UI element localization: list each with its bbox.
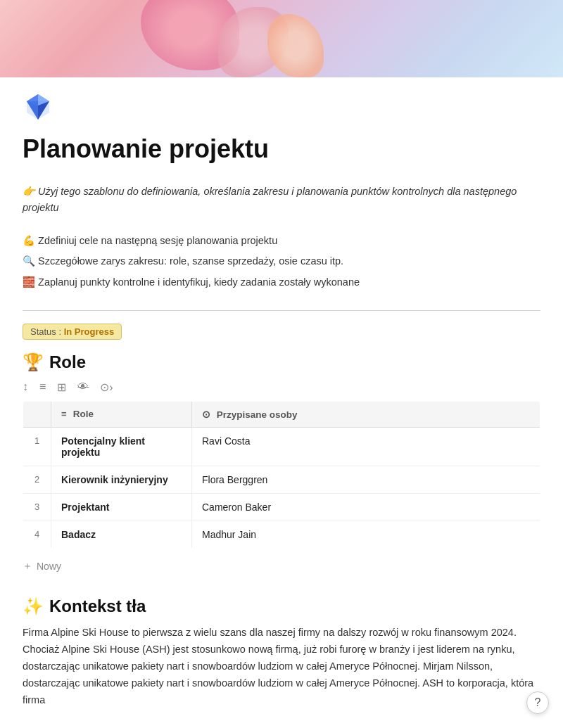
row-num-4: 4 (23, 521, 51, 548)
table-toolbar: ↕ ≡ ⊞ 👁 ⊙› (23, 381, 540, 394)
role-name-3[interactable]: Projektant (51, 493, 192, 521)
role-name-4[interactable]: Badacz (51, 521, 192, 548)
more-icon[interactable]: ⊙› (100, 381, 113, 394)
trophy-emoji: 🏆 (23, 352, 44, 372)
add-new-row-button[interactable]: ＋ Nowy (23, 556, 540, 577)
bullet-item-1: 💪 Zdefiniuj cele na następną sesję plano… (23, 234, 540, 249)
role-name-1[interactable]: Potencjalny klient projektu (51, 427, 192, 466)
table-row: 1 Potencjalny klient projektu Ravi Costa (23, 427, 540, 466)
table-row: 2 Kierownik inżynieryjny Flora Berggren (23, 466, 540, 493)
table-row: 3 Projektant Cameron Baker (23, 493, 540, 521)
row-num-2: 2 (23, 466, 51, 493)
row-num-3: 3 (23, 493, 51, 521)
status-label: Status : (30, 326, 64, 337)
hero-banner (0, 0, 563, 77)
role-col-icon: ≡ (61, 409, 67, 419)
person-name-4[interactable]: Madhur Jain (192, 521, 540, 548)
section-divider (23, 310, 540, 311)
sparkle-emoji: ✨ (23, 596, 44, 616)
col-num (23, 401, 51, 427)
hero-blob-3 (267, 14, 324, 77)
roles-table: ≡ Role ⊙ Przypisane osoby 1 Potencjalny … (23, 401, 540, 549)
col-person-header[interactable]: ⊙ Przypisane osoby (192, 401, 540, 427)
roles-title-text: Role (49, 352, 86, 372)
person-name-3[interactable]: Cameron Baker (192, 493, 540, 521)
kontekst-section: ✨ Kontekst tła Firma Alpine Ski House to… (23, 596, 540, 709)
status-badge[interactable]: Status : In Progress (23, 324, 540, 352)
kontekst-title: ✨ Kontekst tła (23, 596, 540, 616)
table-row: 4 Badacz Madhur Jain (23, 521, 540, 548)
person-col-icon: ⊙ (202, 409, 210, 420)
bullet-item-3: 🧱 Zaplanuj punkty kontrolne i identyfiku… (23, 275, 540, 290)
kontekst-body: Firma Alpine Ski House to pierwsza z wie… (23, 625, 540, 709)
feature-list: 💪 Zdefiniuj cele na następną sesję plano… (23, 234, 540, 290)
status-value: In Progress (64, 326, 115, 337)
table-header-row: ≡ Role ⊙ Przypisane osoby (23, 401, 540, 427)
gem-icon (23, 91, 540, 125)
svg-marker-8 (38, 94, 49, 101)
col-role-header[interactable]: ≡ Role (51, 401, 192, 427)
roles-section-title: 🏆 Role (23, 352, 540, 372)
role-name-2[interactable]: Kierownik inżynieryjny (51, 466, 192, 493)
person-name-1[interactable]: Ravi Costa (192, 427, 540, 466)
person-name-2[interactable]: Flora Berggren (192, 466, 540, 493)
plus-icon: ＋ (23, 560, 32, 573)
kontekst-title-text: Kontekst tła (49, 596, 146, 616)
filter-icon[interactable]: ≡ (39, 381, 46, 393)
sort-icon[interactable]: ↕ (23, 381, 28, 393)
hide-icon[interactable]: 👁 (77, 381, 89, 393)
page-title: Planowanie projektu (23, 134, 540, 164)
help-button[interactable]: ? (526, 691, 549, 714)
bullet-item-2: 🔍 Szczegółowe zarys zakresu: role, szans… (23, 254, 540, 269)
row-num-1: 1 (23, 427, 51, 466)
intro-text: 👉 Użyj tego szablonu do definiowania, ok… (23, 184, 540, 216)
add-label: Nowy (37, 561, 61, 572)
group-icon[interactable]: ⊞ (57, 381, 66, 394)
help-icon: ? (535, 696, 541, 709)
